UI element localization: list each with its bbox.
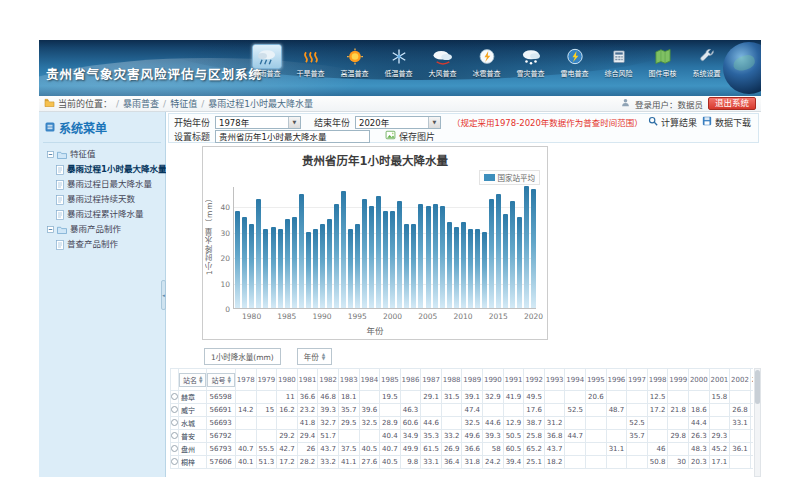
value-cell <box>606 417 627 430</box>
row-radio[interactable] <box>171 393 178 400</box>
sidebar-item-leaf[interactable]: 暴雨过程1小时最大降水量 <box>43 162 161 177</box>
bar-2003 <box>411 224 416 308</box>
value-cell <box>730 430 751 443</box>
toolbar-button-composite-risk[interactable]: 综合风险 <box>600 44 637 78</box>
table-row: 赫章565981136.646.818.119.529.131.539.132.… <box>171 391 754 404</box>
row-radio[interactable] <box>171 432 178 439</box>
year-column-header: 1992 <box>524 369 545 391</box>
sidebar-item-leaf[interactable]: 普查产品制作 <box>43 237 161 252</box>
table-row: 桐梓5760640.151.317.228.233.241.127.640.59… <box>171 456 754 469</box>
station-sort-chip[interactable]: 站名 ▲▼ <box>179 373 206 387</box>
scrollbar-thumb[interactable] <box>755 370 760 404</box>
table-scrollbar[interactable] <box>754 368 761 477</box>
toolbar-button-snow[interactable]: 雪灾普查 <box>512 44 549 78</box>
toolbar-button-hail[interactable]: 冰雹普查 <box>468 44 505 78</box>
x-tick-label: 2010 <box>453 312 472 321</box>
page: 贵州省气象灾害风险评估与区划系统 暴雨普查干旱普查高温普查低温普查大风普查冰雹普… <box>0 0 800 500</box>
value-cell: 24.2 <box>483 456 504 469</box>
bar-1984 <box>278 229 283 308</box>
value-cell: 61.5 <box>421 443 442 456</box>
bar-2018 <box>517 217 522 309</box>
value-cell <box>235 430 256 443</box>
value-cell: 40.1 <box>235 456 256 469</box>
value-cell: 39.3 <box>483 430 504 443</box>
toolbar-button-map-review[interactable]: 图件审核 <box>644 44 681 78</box>
chart-plot-area: 0102030401980198519901995200020052010201… <box>233 187 536 309</box>
value-cell: 36.8 <box>544 430 565 443</box>
table-row: 普安5679229.229.451.740.434.935.333.249.63… <box>171 430 754 443</box>
tree-doc-icon <box>56 240 64 250</box>
bar-1996 <box>362 199 367 308</box>
end-year-select[interactable]: 2020年 ▼ <box>355 116 441 129</box>
toolbar-label: 大风普查 <box>424 70 461 78</box>
value-cell: 17.6 <box>524 404 545 417</box>
toolbar-button-low-temp[interactable]: 低温普查 <box>380 44 417 78</box>
value-cell: 40.7 <box>380 443 401 456</box>
value-cell <box>380 404 401 417</box>
chart-legend[interactable]: 国家站平均 <box>479 170 541 185</box>
value-cell: 9.8 <box>400 456 421 469</box>
breadcrumb-link[interactable]: 暴雨过程1小时最大降水量 <box>208 99 313 109</box>
toolbar-button-lightning[interactable]: 雷电普查 <box>556 44 593 78</box>
sidebar-item-leaf[interactable]: 暴雨过程持续天数 <box>43 192 161 207</box>
logout-button[interactable]: 退出系统 <box>708 97 756 110</box>
sidebar-tree: 特征值暴雨过程1小时最大降水量暴雨过程日最大降水量暴雨过程持续天数暴雨过程累计降… <box>43 147 161 252</box>
value-cell: 43.7 <box>544 443 565 456</box>
sidebar-item-leaf[interactable]: 暴雨过程日最大降水量 <box>43 177 161 192</box>
row-radio[interactable] <box>171 445 178 452</box>
toolbar-button-drought[interactable]: 干旱普查 <box>292 44 329 78</box>
year-column-header: 1981 <box>297 369 318 391</box>
download-button[interactable]: 数据下载 <box>702 116 751 129</box>
start-year-select[interactable]: 1978年 ▼ <box>215 116 301 129</box>
sidebar-item-group[interactable]: 暴雨产品制作 <box>43 222 161 237</box>
logged-in-user: 登录用户：数据员 <box>635 98 703 110</box>
row-radio[interactable] <box>171 419 178 426</box>
station-table: 站名 ▲▼站号 ▲▼197819791980198119821983198419… <box>170 368 753 469</box>
toolbar-button-rainstorm[interactable]: 暴雨普查 <box>248 44 285 78</box>
expand-box-icon[interactable] <box>47 226 54 233</box>
breadcrumb-link[interactable]: 暴雨普查 <box>123 99 159 109</box>
sidebar-collapse-handle[interactable]: ◂ <box>161 280 166 310</box>
value-cell: 42.7 <box>277 443 298 456</box>
value-cell <box>668 391 689 404</box>
row-radio[interactable] <box>171 406 178 413</box>
value-cell: 15 <box>256 404 277 417</box>
value-cell <box>565 443 586 456</box>
year-sort-chip[interactable]: 年份 ▲▼ <box>297 348 332 365</box>
station-id-cell: 57606 <box>207 456 235 469</box>
bar-2008 <box>447 222 452 308</box>
sidebar-item-group[interactable]: 特征值 <box>43 147 161 162</box>
station-id-sort-chip[interactable]: 站号 ▲▼ <box>207 373 234 387</box>
save-image-button[interactable]: 保存图片 <box>385 130 435 143</box>
bar-2016 <box>503 214 508 308</box>
bar-2004 <box>418 204 423 308</box>
bar-1983 <box>271 227 276 308</box>
station-table-wrap: 站名 ▲▼站号 ▲▼197819791980198119821983198419… <box>170 368 753 477</box>
value-cell: 20.3 <box>689 456 710 469</box>
value-cell: 28.9 <box>380 417 401 430</box>
toolbar-button-wind[interactable]: 大风普查 <box>424 44 461 78</box>
value-cell: 29.1 <box>421 391 442 404</box>
value-cell: 58 <box>483 443 504 456</box>
breadcrumb-link[interactable]: 特征值 <box>170 99 197 109</box>
breadcrumb: /暴雨普查/特征值/暴雨过程1小时最大降水量 <box>112 97 313 110</box>
bar-1980 <box>249 224 254 308</box>
tree-doc-icon <box>56 195 64 205</box>
bar-2013 <box>482 232 487 308</box>
sidebar-item-label: 普查产品制作 <box>67 237 118 252</box>
row-radio[interactable] <box>171 458 178 465</box>
sidebar-item-label: 暴雨产品制作 <box>70 222 121 237</box>
collapse-arrow-icon: ◂ <box>162 292 165 298</box>
value-cell: 18.1 <box>750 391 753 404</box>
unit-chip[interactable]: 1小时降水量(mm) <box>204 348 281 365</box>
bar-1989 <box>313 229 318 308</box>
toolbar-button-high-temp[interactable]: 高温普查 <box>336 44 373 78</box>
calculate-button[interactable]: 计算结果 <box>648 116 697 129</box>
year-column-header: 1980 <box>277 369 298 391</box>
expand-box-icon[interactable] <box>47 151 54 158</box>
table-filter-chips: 1小时降水量(mm) 年份 ▲▼ <box>204 348 332 365</box>
sidebar-item-leaf[interactable]: 暴雨过程累计降水量 <box>43 207 161 222</box>
value-cell <box>606 456 627 469</box>
toolbar-button-settings[interactable]: 系统设置 <box>688 44 725 78</box>
chart-title-input[interactable]: 贵州省历年1小时最大降水量 <box>215 130 370 143</box>
